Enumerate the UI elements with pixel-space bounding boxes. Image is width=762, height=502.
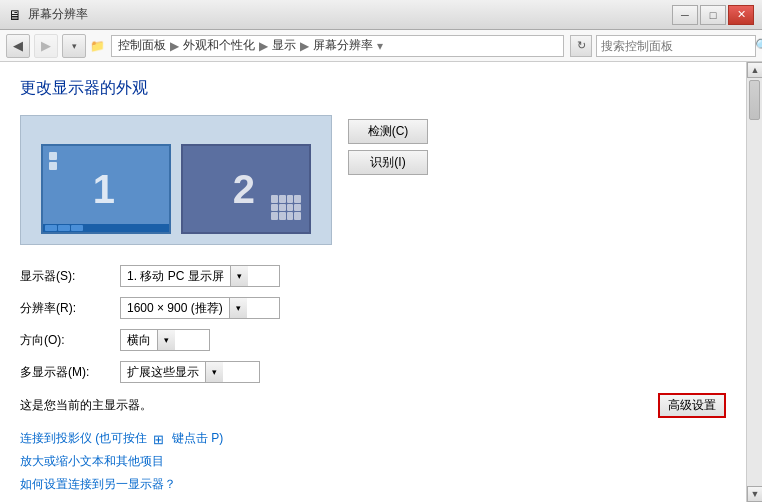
window-title: 屏幕分辨率: [28, 6, 88, 23]
forward-button[interactable]: ▶: [34, 34, 58, 58]
multi-display-dropdown[interactable]: 扩展这些显示 ▾: [120, 361, 260, 383]
breadcrumb-item-1[interactable]: 控制面板: [118, 37, 166, 54]
multi-display-row: 多显示器(M): 扩展这些显示 ▾: [20, 361, 726, 383]
breadcrumb-item-4: 屏幕分辨率: [313, 37, 373, 54]
back-button[interactable]: ◀: [6, 34, 30, 58]
orientation-label: 方向(O):: [20, 332, 120, 349]
monitor1-icon: [49, 152, 57, 170]
taskbar-btn-2: [58, 225, 70, 231]
display-row: 显示器(S): 1. 移动 PC 显示屏 ▾: [20, 265, 726, 287]
monitor-2[interactable]: 2: [181, 144, 311, 234]
scroll-down-button[interactable]: ▼: [747, 486, 762, 502]
multi-display-label: 多显示器(M):: [20, 364, 120, 381]
breadcrumb: 控制面板 ▶ 外观和个性化 ▶ 显示 ▶ 屏幕分辨率 ▾: [111, 35, 564, 57]
main-content: 更改显示器的外观 1: [0, 62, 762, 502]
orientation-row: 方向(O): 横向 ▾: [20, 329, 726, 351]
maximize-button[interactable]: □: [700, 5, 726, 25]
advanced-settings-button[interactable]: 高级设置: [658, 393, 726, 418]
orientation-control: 横向 ▾: [120, 329, 210, 351]
display-dropdown-arrow[interactable]: ▾: [230, 266, 248, 286]
display-value: 1. 移动 PC 显示屏: [121, 268, 230, 285]
status-text: 这是您当前的主显示器。: [20, 397, 152, 414]
resolution-dropdown[interactable]: 1600 × 900 (推荐) ▾: [120, 297, 280, 319]
status-row: 这是您当前的主显示器。 高级设置: [20, 393, 726, 418]
resolution-dropdown-arrow[interactable]: ▾: [229, 298, 247, 318]
breadcrumb-item-2[interactable]: 外观和个性化: [183, 37, 255, 54]
scroll-up-button[interactable]: ▲: [747, 62, 762, 78]
identify-button[interactable]: 识别(I): [348, 150, 428, 175]
address-bar: ◀ ▶ ▾ 📁 控制面板 ▶ 外观和个性化 ▶ 显示 ▶ 屏幕分辨率 ▾ ↻ 🔍: [0, 30, 762, 62]
breadcrumb-item-3[interactable]: 显示: [272, 37, 296, 54]
window-controls: ─ □ ✕: [672, 5, 754, 25]
display-dropdown[interactable]: 1. 移动 PC 显示屏 ▾: [120, 265, 280, 287]
multi-display-value: 扩展这些显示: [121, 364, 205, 381]
monitor-1-number: 1: [93, 167, 115, 212]
display-control: 1. 移动 PC 显示屏 ▾: [120, 265, 280, 287]
multi-display-control: 扩展这些显示 ▾: [120, 361, 260, 383]
taskbar-btn-3: [71, 225, 83, 231]
resolution-value: 1600 × 900 (推荐): [121, 300, 229, 317]
orientation-dropdown[interactable]: 横向 ▾: [120, 329, 210, 351]
title-bar: 🖥 屏幕分辨率 ─ □ ✕: [0, 0, 762, 30]
text-size-link[interactable]: 放大或缩小文本和其他项目: [20, 453, 726, 470]
monitors-container: 1 2: [20, 115, 332, 245]
resolution-row: 分辨率(R): 1600 × 900 (推荐) ▾: [20, 297, 726, 319]
detect-button[interactable]: 检测(C): [348, 119, 428, 144]
resolution-label: 分辨率(R):: [20, 300, 120, 317]
multi-display-dropdown-arrow[interactable]: ▾: [205, 362, 223, 382]
scrollbar-thumb[interactable]: [749, 80, 760, 120]
close-button[interactable]: ✕: [728, 5, 754, 25]
monitor-2-number: 2: [233, 167, 255, 212]
page-title: 更改显示器的外观: [20, 78, 726, 99]
dropdown-nav-button[interactable]: ▾: [62, 34, 86, 58]
monitor1-taskbar: [43, 224, 169, 232]
search-input[interactable]: [601, 39, 751, 53]
monitor-1[interactable]: 1: [41, 144, 171, 234]
resolution-control: 1600 × 900 (推荐) ▾: [120, 297, 280, 319]
breadcrumb-refresh-button[interactable]: ↻: [570, 35, 592, 57]
taskbar-btn-1: [45, 225, 57, 231]
display-label: 显示器(S):: [20, 268, 120, 285]
search-bar: 🔍: [596, 35, 756, 57]
search-icon[interactable]: 🔍: [755, 38, 762, 53]
scrollbar-track[interactable]: [747, 78, 762, 486]
monitors-section: 1 2: [20, 115, 726, 245]
monitor2-grid-icon: [271, 195, 301, 220]
scrollbar: ▲ ▼: [746, 62, 762, 502]
projector-link[interactable]: 连接到投影仪 (也可按住 键点击 P): [20, 430, 726, 447]
windows-logo-icon: [153, 432, 167, 446]
orientation-dropdown-arrow[interactable]: ▾: [157, 330, 175, 350]
content-area: 更改显示器的外观 1: [0, 62, 746, 502]
minimize-button[interactable]: ─: [672, 5, 698, 25]
orientation-value: 横向: [121, 332, 157, 349]
connect-display-link[interactable]: 如何设置连接到另一显示器？: [20, 476, 726, 493]
monitor-buttons: 检测(C) 识别(I): [348, 119, 428, 175]
